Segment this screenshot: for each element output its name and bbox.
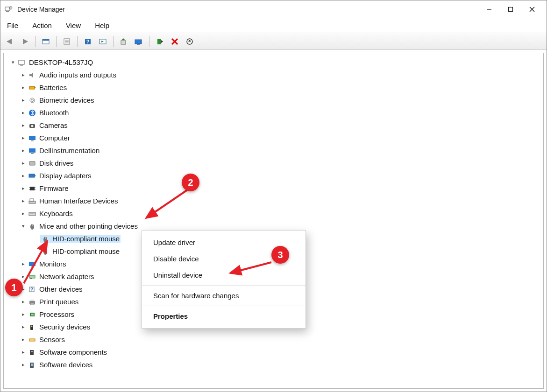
chevron-right-icon[interactable]: ▸ [20, 324, 27, 330]
tree-category-display[interactable]: ▸Display adapters [4, 169, 543, 182]
chevron-right-icon[interactable]: ▸ [20, 185, 27, 191]
svg-rect-33 [35, 87, 36, 88]
chevron-right-icon[interactable]: ▸ [20, 110, 27, 116]
svg-marker-7 [7, 39, 12, 44]
tree-root-label: DESKTOP-4L537JQ [27, 58, 93, 66]
chevron-right-icon[interactable]: ▸ [20, 311, 27, 317]
tree-category-sensors[interactable]: ▸Sensors [4, 333, 543, 346]
toolbar-separator [113, 36, 114, 47]
tree-category-batteries[interactable]: ▸Batteries [4, 81, 543, 94]
context-menu-uninstall-device[interactable]: Uninstall device [142, 267, 305, 283]
hid-icon [27, 197, 37, 205]
show-hidden-button[interactable] [39, 35, 52, 48]
menu-file[interactable]: File [5, 20, 20, 31]
context-menu: Update driver Disable device Uninstall d… [142, 230, 306, 329]
svg-rect-29 [19, 60, 24, 64]
svg-rect-71 [31, 314, 34, 315]
maximize-button[interactable] [500, 2, 521, 17]
svg-rect-4 [509, 7, 513, 11]
window-title: Device Manager [17, 6, 478, 13]
annotation-marker-1: 1 [5, 279, 23, 296]
category-label: DellInstrumentation [37, 147, 99, 154]
chevron-right-icon[interactable]: ▸ [20, 173, 27, 179]
context-menu-separator [142, 285, 305, 286]
toolbar: ? [0, 33, 547, 50]
monitor-icon [27, 147, 37, 154]
chevron-right-icon[interactable]: ▸ [20, 72, 27, 78]
menu-help[interactable]: Help [93, 20, 111, 31]
action-button[interactable] [96, 35, 109, 48]
svg-rect-45 [35, 175, 36, 176]
printer-icon [27, 298, 37, 306]
tree-root[interactable]: ▾ DESKTOP-4L537JQ [4, 56, 543, 69]
device-manager-icon [4, 5, 13, 14]
menu-view[interactable]: View [64, 20, 83, 31]
annotation-arrow-3 [225, 260, 276, 279]
tree-category-dellinstr[interactable]: ▸DellInstrumentation [4, 144, 543, 157]
tree-category-softdev[interactable]: ▸Software devices [4, 358, 543, 371]
tree-category-cameras[interactable]: ▸Cameras [4, 119, 543, 132]
svg-rect-69 [30, 303, 34, 305]
chevron-right-icon[interactable]: ▸ [20, 122, 27, 128]
speaker-icon [27, 71, 37, 79]
category-label: Software devices [37, 361, 92, 369]
svg-rect-10 [43, 39, 49, 41]
context-menu-properties[interactable]: Properties [142, 308, 305, 324]
svg-rect-0 [5, 7, 10, 11]
category-label: Disk drives [37, 159, 73, 167]
device-tree-pane[interactable]: ▾ DESKTOP-4L537JQ ▸Audio inputs and outp… [3, 53, 544, 389]
tree-category-bluetooth[interactable]: ▸Bluetooth [4, 106, 543, 119]
back-button[interactable] [3, 35, 16, 48]
chevron-right-icon[interactable]: ▸ [20, 299, 27, 305]
tree-category-hid[interactable]: ▸Human Interface Devices [4, 195, 543, 207]
category-label: Biometric devices [37, 96, 94, 104]
chevron-right-icon[interactable]: ▸ [20, 336, 27, 343]
context-menu-scan-hardware[interactable]: Scan for hardware changes [142, 287, 305, 304]
chevron-right-icon[interactable]: ▸ [20, 362, 27, 368]
chevron-down-icon[interactable]: ▾ [9, 59, 17, 65]
chevron-right-icon[interactable]: ▸ [20, 349, 27, 355]
chevron-right-icon[interactable]: ▸ [20, 135, 27, 141]
disable-device-button[interactable] [183, 35, 196, 48]
svg-point-34 [30, 98, 35, 103]
tree-category-computer[interactable]: ▸Computer [4, 132, 543, 144]
forward-button[interactable] [18, 35, 31, 48]
tree-category-audio[interactable]: ▸Audio inputs and outputs [4, 69, 543, 81]
chevron-right-icon[interactable]: ▸ [20, 210, 27, 217]
tree-category-biometric[interactable]: ▸Biometric devices [4, 94, 543, 106]
window-controls [478, 2, 543, 17]
annotation-arrow-1 [21, 237, 54, 288]
chevron-right-icon[interactable]: ▸ [20, 97, 27, 103]
tree-category-diskdrives[interactable]: ▸Disk drives [4, 157, 543, 169]
close-button[interactable] [521, 2, 543, 17]
help-button[interactable]: ? [81, 35, 94, 48]
svg-marker-20 [121, 38, 125, 40]
enable-device-button[interactable] [153, 35, 166, 48]
svg-rect-32 [29, 86, 35, 89]
svg-rect-75 [30, 350, 34, 355]
update-driver-button[interactable] [117, 35, 130, 48]
toolbar-separator [35, 36, 36, 47]
svg-rect-44 [29, 174, 35, 177]
toolbar-separator [149, 36, 149, 47]
display-adapter-icon [27, 172, 37, 180]
tree-category-softcomp[interactable]: ▸Software components [4, 346, 543, 358]
monitor-icon [27, 134, 37, 142]
svg-rect-46 [30, 187, 35, 190]
chevron-right-icon[interactable]: ▸ [20, 147, 27, 154]
tree-category-firmware[interactable]: ▸Firmware [4, 182, 543, 195]
minimize-button[interactable] [478, 2, 500, 17]
uninstall-device-button[interactable] [168, 35, 181, 48]
tree-category-keyboards[interactable]: ▸Keyboards [4, 207, 543, 220]
chevron-right-icon[interactable]: ▸ [20, 198, 27, 204]
camera-icon [27, 122, 37, 129]
chevron-right-icon[interactable]: ▸ [20, 84, 27, 91]
properties-button[interactable] [60, 35, 73, 48]
menu-action[interactable]: Action [30, 20, 54, 31]
category-label: Security devices [37, 323, 90, 331]
computer-icon [17, 59, 27, 66]
scan-hardware-button[interactable] [132, 35, 145, 48]
chevron-right-icon[interactable]: ▸ [20, 160, 27, 166]
menubar: File Action View Help [0, 18, 547, 33]
chevron-down-icon[interactable]: ▾ [20, 223, 27, 229]
